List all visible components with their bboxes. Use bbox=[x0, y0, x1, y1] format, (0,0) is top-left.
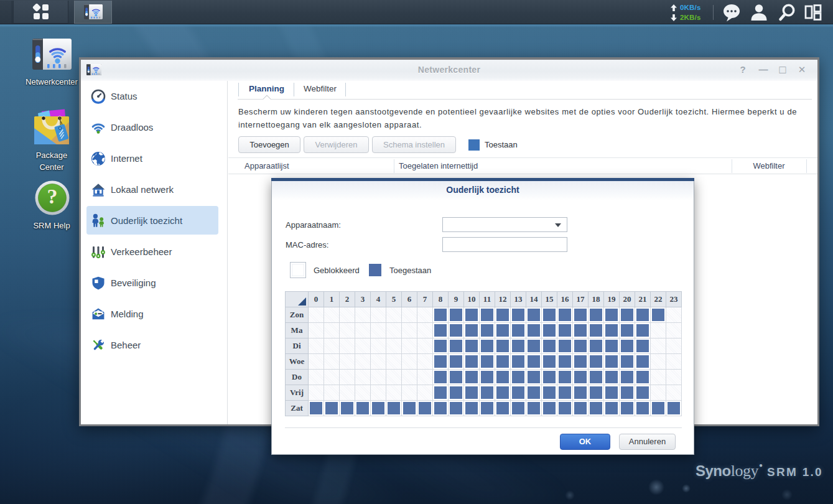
svg-text:?: ? bbox=[47, 185, 58, 208]
